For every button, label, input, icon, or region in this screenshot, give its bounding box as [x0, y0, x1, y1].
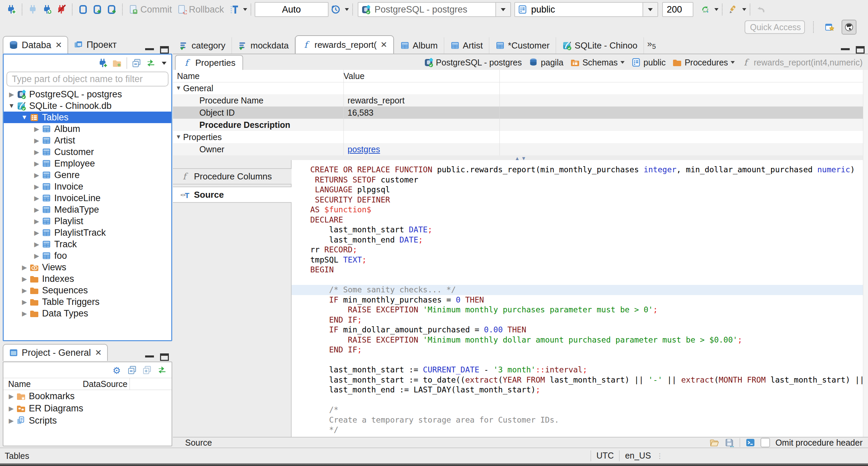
chevron-right-icon[interactable]: ▶	[6, 417, 16, 425]
tree-item-customer[interactable]: ▶Customer	[4, 146, 171, 158]
transaction-mode-dropdown-icon[interactable]	[243, 8, 247, 11]
project-item-bookmarks[interactable]: ▶Bookmarks	[3, 390, 172, 402]
chevron-right-icon[interactable]: ▶	[32, 206, 42, 214]
tab-database-navigator[interactable]: Databa ✕	[3, 36, 68, 54]
chevron-down-icon[interactable]	[620, 61, 625, 64]
link-with-editor-button[interactable]	[157, 365, 167, 375]
open-in-sql-console-button[interactable]	[746, 438, 755, 447]
maximize-icon[interactable]	[856, 46, 865, 54]
code-line[interactable]: last_month_end DATE;	[310, 235, 863, 245]
code-line[interactable]: END IF;	[310, 345, 863, 355]
chevron-down-icon[interactable]: ▼	[6, 102, 17, 110]
code-line[interactable]: IF min_dollar_amount_purchased = 0.00 TH…	[310, 325, 863, 335]
tree-item-foo[interactable]: ▶foo	[4, 250, 171, 261]
code-line[interactable]	[310, 275, 863, 285]
editor-tab-sqlite-chinoo[interactable]: SQLite - Chinoo	[556, 37, 644, 54]
dbeaver-perspective-button[interactable]	[842, 20, 856, 35]
property-value[interactable]: postgres	[343, 144, 380, 154]
collapse-all-button[interactable]	[132, 58, 141, 68]
tree-item-views[interactable]: ▶Views	[4, 261, 171, 273]
breadcrumb-schemas[interactable]: Schemas	[570, 58, 625, 67]
omit-procedure-header-label[interactable]: Omit procedure header	[775, 438, 863, 448]
chevron-right-icon[interactable]: ▶	[32, 148, 42, 156]
chevron-right-icon[interactable]: ▶	[6, 91, 17, 98]
new-connection-button[interactable]	[4, 2, 18, 17]
column-name[interactable]: Name	[173, 71, 343, 81]
column-datasource[interactable]: DataSource	[83, 379, 127, 389]
tree-item-data-types[interactable]: ▶Data Types	[4, 308, 171, 319]
code-line[interactable]: BEGIN	[310, 265, 863, 275]
code-line[interactable]	[310, 395, 863, 405]
commit-mode-combo[interactable]: Auto	[255, 2, 329, 17]
code-line[interactable]: /* Some sanity checks... */	[292, 285, 863, 295]
tab-procedure-columns[interactable]: f Procedure Columns	[173, 168, 292, 185]
chevron-right-icon[interactable]: ▶	[32, 229, 42, 237]
schema-combo-arrow[interactable]	[643, 3, 657, 16]
collapse-all-button[interactable]	[127, 365, 137, 375]
code-line[interactable]: last_month_start DATE;	[310, 225, 863, 235]
code-line[interactable]	[310, 355, 863, 365]
code-line[interactable]: */	[310, 425, 863, 435]
minimize-icon[interactable]	[841, 48, 850, 52]
tree-item-album[interactable]: ▶Album	[4, 123, 171, 135]
tree-item-tables[interactable]: ▼Tables	[4, 112, 171, 123]
tree-item-invoice[interactable]: ▶Invoice	[4, 181, 171, 192]
breadcrumb-postgresql-postgres[interactable]: PostgreSQL - postgres	[424, 58, 522, 67]
chevron-down-icon[interactable]: ▼	[19, 114, 29, 121]
code-line[interactable]: last_month_start := CURRENT_DATE - '3 mo…	[310, 365, 863, 375]
code-line[interactable]: /*	[310, 405, 863, 415]
tree-item-indexes[interactable]: ▶Indexes	[4, 273, 171, 285]
chevron-right-icon[interactable]: ▶	[19, 298, 29, 306]
breadcrumb-procedures[interactable]: Procedures	[672, 58, 735, 67]
load-from-file-button[interactable]	[710, 438, 719, 447]
transaction-log-dropdown-icon[interactable]	[345, 8, 349, 11]
refresh-button[interactable]	[698, 2, 712, 17]
editor-tab-artist[interactable]: Artist	[444, 37, 489, 54]
chevron-right-icon[interactable]: ▶	[32, 137, 42, 144]
tree-item-employee[interactable]: ▶Employee	[4, 158, 171, 169]
code-line[interactable]: DECLARE	[310, 215, 863, 225]
code-line[interactable]: rr RECORD;	[310, 245, 863, 255]
code-line[interactable]: SECURITY DEFINER	[310, 195, 863, 205]
editor-tab-mockdata[interactable]: mockdata	[232, 37, 295, 54]
reconnect-button[interactable]	[40, 2, 54, 17]
sql-editor-button[interactable]	[76, 2, 90, 17]
grid-row-procedure-description[interactable]: Procedure Description	[173, 119, 863, 131]
rollback-button[interactable]: Rollback	[177, 4, 224, 15]
tab-overflow-button[interactable]: »5	[644, 39, 659, 51]
tree-item-sqlite-chinook-db[interactable]: ▼SQLite - Chinook.db	[4, 100, 171, 112]
code-line[interactable]: LANGUAGE plpgsql	[310, 185, 863, 195]
tab-projects[interactable]: Проект	[68, 36, 122, 54]
code-line[interactable]: RETURNS SETOF customer	[310, 175, 863, 185]
fetch-size-input[interactable]	[662, 2, 693, 17]
code-line[interactable]: END IF;	[310, 315, 863, 325]
code-line[interactable]: last_month_start := to_date((extract(YEA…	[310, 375, 863, 385]
chevron-right-icon[interactable]: ▶	[32, 217, 42, 225]
link-with-editor-button[interactable]	[146, 58, 156, 68]
omit-procedure-header-checkbox[interactable]	[761, 438, 770, 447]
view-menu-icon[interactable]	[162, 62, 166, 65]
back-history-button[interactable]	[754, 2, 768, 17]
connect-button[interactable]	[26, 2, 40, 17]
active-connection-combo[interactable]: PostgreSQL - postgres	[358, 2, 511, 17]
editor-tab-category[interactable]: category	[173, 37, 232, 54]
pen-dropdown-icon[interactable]	[742, 8, 746, 11]
tree-item-sequences[interactable]: ▶Sequences	[4, 285, 171, 296]
disconnect-button[interactable]	[54, 2, 68, 17]
tree-item-mediatype[interactable]: ▶MediaType	[4, 204, 171, 215]
gear-icon[interactable]: ⚙	[113, 365, 122, 375]
tree-item-playlisttrack[interactable]: ▶PlaylistTrack	[4, 227, 171, 238]
maximize-icon[interactable]	[160, 46, 169, 54]
tree-item-table-triggers[interactable]: ▶Table Triggers	[4, 296, 171, 308]
minimize-icon[interactable]	[145, 355, 154, 359]
editor-tab-album[interactable]: Album	[394, 37, 444, 54]
chevron-right-icon[interactable]: ▶	[32, 252, 42, 260]
new-connection-button[interactable]	[98, 58, 107, 68]
breadcrumb-pagila[interactable]: pagila	[529, 58, 564, 67]
tree-item-track[interactable]: ▶Track	[4, 238, 171, 250]
chevron-right-icon[interactable]: ▶	[19, 310, 29, 317]
chevron-right-icon[interactable]: ▶	[6, 392, 16, 400]
chevron-right-icon[interactable]: ▶	[32, 160, 42, 168]
transaction-mode-button[interactable]	[227, 2, 241, 17]
chevron-down-icon[interactable]: ▼	[176, 85, 183, 92]
